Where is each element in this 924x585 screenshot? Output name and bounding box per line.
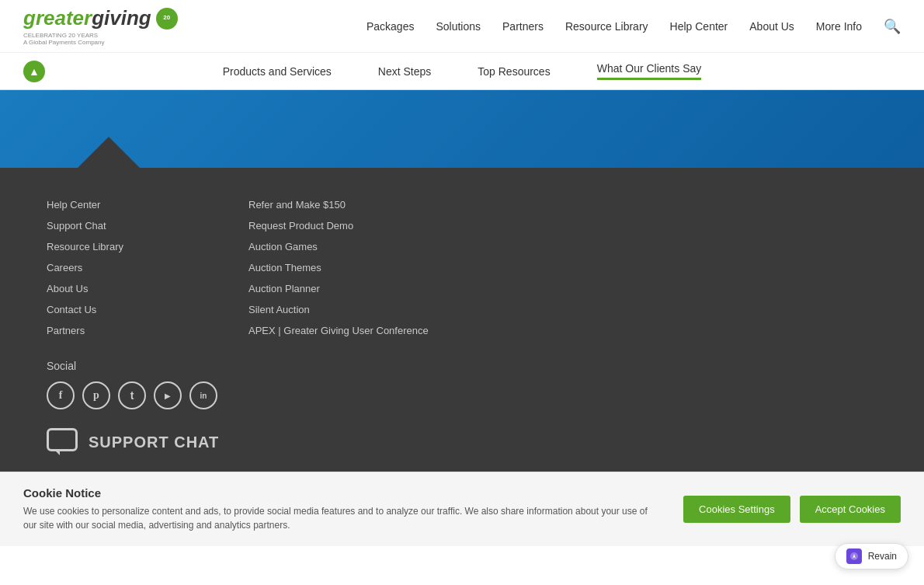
footer-link-product-demo[interactable]: Request Product Demo <box>248 220 429 232</box>
subnav-products-services[interactable]: Products and Services <box>223 65 332 78</box>
social-section: Social f p t ▶ in SUPPORT CHAT <box>47 360 877 456</box>
logo-text: greatergiving <box>23 6 151 30</box>
footer-link-apex-conference[interactable]: APEX | Greater Giving User Conference <box>248 325 429 336</box>
blue-section <box>0 90 924 168</box>
blue-triangle-decoration <box>78 137 140 168</box>
support-chat-label: SUPPORT CHAT <box>89 434 219 451</box>
footer-link-auction-games[interactable]: Auction Games <box>248 241 429 252</box>
pinterest-icon[interactable]: p <box>82 381 110 409</box>
nav-about-us[interactable]: About Us <box>749 20 794 33</box>
nav-packages[interactable]: Packages <box>366 20 414 33</box>
footer-link-auction-planner[interactable]: Auction Planner <box>248 283 429 294</box>
nav-more-info[interactable]: More Info <box>816 20 862 33</box>
footer: Help Center Support Chat Resource Librar… <box>0 168 924 472</box>
footer-col-1: Help Center Support Chat Resource Librar… <box>47 199 202 336</box>
up-arrow-icon: ▲ <box>29 65 40 78</box>
cookies-settings-button[interactable]: Cookies Settings <box>683 496 790 523</box>
header: greatergiving 20 CELEBRATING 20 YEARS A … <box>0 0 924 53</box>
accept-cookies-button[interactable]: Accept Cookies <box>800 496 901 523</box>
chat-icon <box>47 428 81 456</box>
logo-main: greatergiving 20 <box>23 6 178 30</box>
footer-columns: Help Center Support Chat Resource Librar… <box>47 199 877 336</box>
twitter-icon[interactable]: t <box>118 381 146 409</box>
social-label: Social <box>47 360 877 372</box>
footer-link-help-center[interactable]: Help Center <box>47 199 202 211</box>
cookie-buttons: Cookies Settings Accept Cookies <box>683 496 901 523</box>
nav-partners[interactable]: Partners <box>502 20 544 33</box>
nav-solutions[interactable]: Solutions <box>436 20 481 33</box>
footer-link-careers[interactable]: Careers <box>47 262 202 273</box>
chat-bubble-shape <box>47 428 78 451</box>
footer-link-about-us[interactable]: About Us <box>47 283 202 294</box>
subnav-top-resources[interactable]: Top Resources <box>478 65 550 78</box>
footer-col-2: Refer and Make $150 Request Product Demo… <box>248 199 429 336</box>
cookie-notice: Cookie Notice We use cookies to personal… <box>0 472 924 546</box>
footer-link-auction-themes[interactable]: Auction Themes <box>248 262 429 273</box>
logo-global-payments: A Global Payments Company <box>23 39 105 46</box>
revain-widget[interactable]: Revain <box>835 543 908 546</box>
nav-help-center[interactable]: Help Center <box>670 20 728 33</box>
subnav: ▲ Products and Services Next Steps Top R… <box>0 53 924 90</box>
search-icon: 🔍 <box>884 19 901 34</box>
footer-link-support-chat[interactable]: Support Chat <box>47 220 202 232</box>
footer-link-refer[interactable]: Refer and Make $150 <box>248 199 429 211</box>
nav-resource-library[interactable]: Resource Library <box>565 20 648 33</box>
subnav-next-steps[interactable]: Next Steps <box>378 65 431 78</box>
footer-link-silent-auction[interactable]: Silent Auction <box>248 304 429 315</box>
cookie-title: Cookie Notice <box>23 486 660 500</box>
subnav-what-clients-say[interactable]: What Our Clients Say <box>597 62 702 80</box>
facebook-icon[interactable]: f <box>47 381 75 409</box>
search-button[interactable]: 🔍 <box>884 18 901 35</box>
subnav-up-button[interactable]: ▲ <box>23 61 45 82</box>
logo-badge: 20 <box>156 8 178 30</box>
social-icons: f p t ▶ in <box>47 381 877 409</box>
cookie-text: We use cookies to personalize content an… <box>23 504 660 532</box>
cookie-content: Cookie Notice We use cookies to personal… <box>23 486 660 532</box>
footer-link-contact-us[interactable]: Contact Us <box>47 304 202 315</box>
logo-area: greatergiving 20 CELEBRATING 20 YEARS A … <box>23 6 178 46</box>
logo-celebrating: CELEBRATING 20 YEARS <box>23 32 98 39</box>
linkedin-icon[interactable]: in <box>189 381 217 409</box>
youtube-icon[interactable]: ▶ <box>154 381 182 409</box>
footer-link-resource-library[interactable]: Resource Library <box>47 241 202 252</box>
support-chat-button[interactable]: SUPPORT CHAT <box>47 428 877 456</box>
main-nav: Packages Solutions Partners Resource Lib… <box>366 18 901 35</box>
footer-link-partners[interactable]: Partners <box>47 325 202 336</box>
